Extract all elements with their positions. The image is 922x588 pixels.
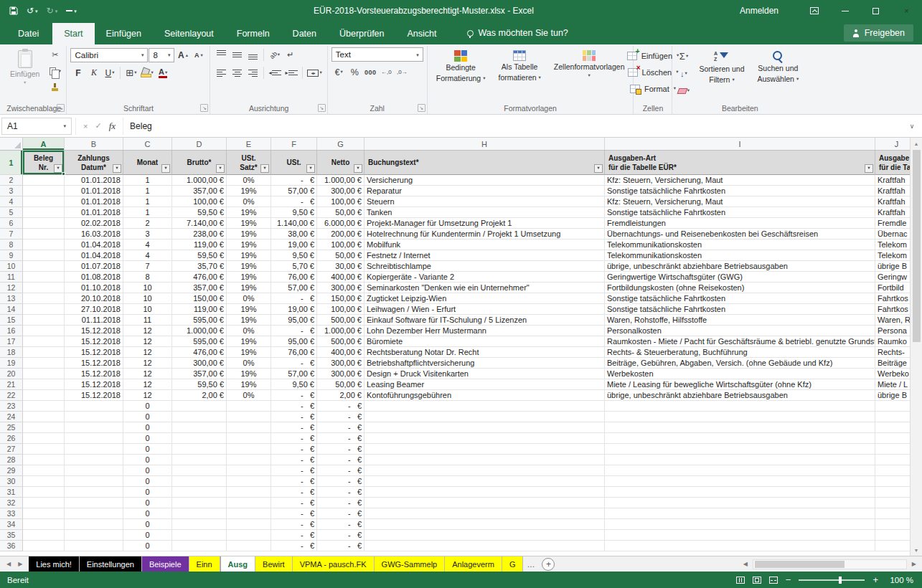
cell-f14[interactable]: 19,00 €	[271, 304, 317, 315]
cell-h17[interactable]: Büromiete	[364, 336, 605, 347]
cell-b21[interactable]: 15.12.2018	[65, 379, 123, 390]
cell-a30[interactable]	[23, 476, 65, 487]
cell-d15[interactable]: 595,00 €	[172, 315, 227, 326]
cell-d22[interactable]: 2,00 €	[172, 390, 227, 401]
cell-i25[interactable]	[605, 422, 875, 433]
cell-a22[interactable]	[23, 390, 65, 401]
cell-d27[interactable]	[172, 444, 227, 455]
cell-i29[interactable]	[605, 465, 875, 476]
cell-d7[interactable]: 238,00 €	[172, 229, 227, 240]
cell-d17[interactable]: 595,00 €	[172, 336, 227, 347]
cell-e20[interactable]: 19%	[227, 369, 271, 379]
conditional-formatting-button[interactable]: Bedingte Formatierung▾	[431, 47, 491, 84]
cell-c5[interactable]: 1	[123, 207, 172, 218]
cell-g11[interactable]: 400,00 €	[317, 272, 364, 283]
cell-d33[interactable]	[172, 508, 227, 519]
cell-g10[interactable]: 30,00 €	[317, 261, 364, 272]
fill-button[interactable]: ↓▾	[676, 66, 691, 81]
cell-i20[interactable]: Werbekosten	[605, 369, 875, 379]
cell-j26[interactable]	[875, 433, 910, 444]
cell-b13[interactable]: 20.10.2018	[65, 293, 123, 304]
cell-e13[interactable]: 0%	[227, 293, 271, 304]
cell-i10[interactable]: übrige, unbeschränkt abziehbare Betriebs…	[605, 261, 875, 272]
cell-e33[interactable]	[227, 508, 271, 519]
cell-f36[interactable]: - €	[271, 541, 317, 551]
filter-button[interactable]: ▼	[354, 164, 362, 173]
cell-a15[interactable]	[23, 315, 65, 326]
name-box[interactable]: A1▾	[1, 118, 72, 135]
cell-c34[interactable]: 0	[123, 519, 172, 530]
header-cell-b[interactable]: ZahlungsDatum*▼	[65, 151, 123, 175]
filter-button[interactable]: ▼	[594, 164, 603, 173]
cell-j5[interactable]: Kraftfah	[875, 207, 910, 218]
cell-e9[interactable]: 19%	[227, 250, 271, 261]
ribbon-tab-einfügen[interactable]: Einfügen	[95, 23, 153, 44]
cell-g25[interactable]: - €	[317, 422, 364, 433]
header-cell-d[interactable]: Brutto*▼	[172, 151, 227, 175]
selection-fill-handle[interactable]	[62, 172, 65, 176]
cell-j25[interactable]	[875, 422, 910, 433]
cell-a23[interactable]	[23, 401, 65, 412]
zoom-in-button[interactable]: +	[872, 575, 878, 584]
cell-a24[interactable]	[23, 412, 65, 422]
ribbon-tab-daten[interactable]: Daten	[281, 23, 328, 44]
cell-i5[interactable]: Sonstige tatsächliche Fahrtkosten	[605, 207, 875, 218]
cell-i21[interactable]: Miete / Leasing für bewegliche Wirtschaf…	[605, 379, 875, 390]
cell-g35[interactable]: - €	[317, 530, 364, 541]
row-header-3[interactable]: 3	[0, 186, 23, 196]
cell-h25[interactable]	[364, 422, 605, 433]
cell-i34[interactable]	[605, 519, 875, 530]
row-header-15[interactable]: 15	[0, 315, 23, 326]
row-header-32[interactable]: 32	[0, 498, 23, 508]
cell-a31[interactable]	[23, 487, 65, 498]
cell-g28[interactable]: - €	[317, 455, 364, 465]
ribbon-tab-überprüfen[interactable]: Überprüfen	[328, 23, 396, 44]
sheet-tab-g[interactable]: G	[502, 556, 524, 572]
cell-e15[interactable]: 19%	[227, 315, 271, 326]
cell-e12[interactable]: 19%	[227, 283, 271, 293]
cell-j18[interactable]: Rechts-	[875, 347, 910, 358]
cell-h6[interactable]: Projekt-Manager für Umsetzung Projekt 1	[364, 218, 605, 229]
cell-f15[interactable]: 95,00 €	[271, 315, 317, 326]
cell-e31[interactable]	[227, 487, 271, 498]
cell-g5[interactable]: 50,00 €	[317, 207, 364, 218]
ribbon-tab-start[interactable]: Start	[52, 23, 94, 44]
cell-d11[interactable]: 476,00 €	[172, 272, 227, 283]
cell-c32[interactable]: 0	[123, 498, 172, 508]
cell-b12[interactable]: 01.10.2018	[65, 283, 123, 293]
cell-j17[interactable]: Raumko	[875, 336, 910, 347]
cell-c29[interactable]: 0	[123, 465, 172, 476]
sheet-tab-gwg-sammelp[interactable]: GWG-Sammelp	[375, 556, 446, 572]
cell-f29[interactable]: - €	[271, 465, 317, 476]
cell-f32[interactable]: - €	[271, 498, 317, 508]
cell-f19[interactable]: - €	[271, 358, 317, 369]
row-header-4[interactable]: 4	[0, 196, 23, 207]
zoom-level[interactable]: 100 %	[886, 576, 913, 584]
fill-color-button[interactable]: ▾	[139, 65, 154, 80]
cell-c30[interactable]: 0	[123, 476, 172, 487]
cell-a7[interactable]	[23, 229, 65, 240]
row-header-18[interactable]: 18	[0, 347, 23, 358]
cell-c6[interactable]: 2	[123, 218, 172, 229]
cell-c20[interactable]: 12	[123, 369, 172, 379]
cell-a9[interactable]	[23, 250, 65, 261]
cell-i33[interactable]	[605, 508, 875, 519]
increase-decimal-button[interactable]: ←,0	[379, 65, 394, 80]
cell-d26[interactable]	[172, 433, 227, 444]
cell-j20[interactable]: Werbeko	[875, 369, 910, 379]
row-header-27[interactable]: 27	[0, 444, 23, 455]
column-header-d[interactable]: D	[172, 138, 227, 150]
row-header-16[interactable]: 16	[0, 326, 23, 336]
cell-e34[interactable]	[227, 519, 271, 530]
cell-f13[interactable]: - €	[271, 293, 317, 304]
cell-j31[interactable]	[875, 487, 910, 498]
row-header-5[interactable]: 5	[0, 207, 23, 218]
cell-c31[interactable]: 0	[123, 487, 172, 498]
cell-i3[interactable]: Sonstige tatsächliche Fahrtkosten	[605, 186, 875, 196]
cell-a10[interactable]	[23, 261, 65, 272]
column-header-i[interactable]: I	[605, 138, 875, 150]
cell-b3[interactable]: 01.01.2018	[65, 186, 123, 196]
sheet-nav-next-icon[interactable]: ▶	[18, 561, 22, 567]
row-header-7[interactable]: 7	[0, 229, 23, 240]
cell-f6[interactable]: 1.140,00 €	[271, 218, 317, 229]
